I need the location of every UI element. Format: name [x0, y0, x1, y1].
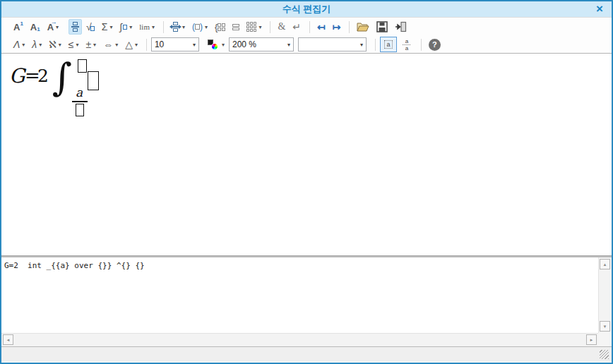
- stack-button[interactable]: [230, 19, 242, 35]
- operator-symbol-button[interactable]: ± ▾: [83, 37, 99, 52]
- accent-button[interactable]: A→ ▾: [44, 19, 61, 35]
- resize-grip[interactable]: [600, 350, 609, 359]
- preset-caret[interactable]: ▾: [360, 42, 363, 48]
- greek-capital-button[interactable]: Λ ▾: [11, 37, 28, 52]
- integrand-placeholder[interactable]: [88, 71, 99, 90]
- symbol-toolbar: Λ ▾ λ ▾ ℵ ▾ ≤ ▾ ± ▾ ⇔ ▾ △ ▾ 10 ▾: [1, 36, 612, 54]
- greek-small-dropdown-caret[interactable]: ▾: [39, 42, 42, 48]
- brackets-dropdown-caret[interactable]: ▾: [205, 24, 208, 30]
- alignment-mark-button[interactable]: &: [275, 19, 288, 35]
- scroll-down-button[interactable]: ▼: [600, 321, 610, 332]
- arrow-symbol-dropdown-caret[interactable]: ▾: [115, 42, 118, 48]
- relation-dropdown-caret[interactable]: ▾: [182, 24, 185, 30]
- limit-button[interactable]: lim ▾: [136, 19, 157, 35]
- arrow-symbol-button[interactable]: ⇔ ▾: [100, 37, 121, 52]
- misc-symbol-dropdown-caret[interactable]: ▾: [135, 42, 138, 48]
- next-item-button[interactable]: ↦: [330, 19, 344, 35]
- greek-capital-icon: Λ: [13, 39, 20, 50]
- brackets-button[interactable]: () ▾: [189, 19, 210, 35]
- relation-symbol-dropdown-caret[interactable]: ▾: [76, 42, 78, 48]
- integral-dropdown-caret[interactable]: ▾: [129, 24, 132, 30]
- open-button[interactable]: [354, 19, 372, 35]
- matrix-button[interactable]: ▾: [244, 19, 264, 35]
- sum-dropdown-caret[interactable]: ▾: [109, 24, 112, 30]
- limit-dropdown-caret[interactable]: ▾: [152, 24, 155, 30]
- open-folder-icon: [357, 22, 369, 32]
- script-text: G=2 int _{{a} over {}} ^{} {}: [4, 261, 145, 270]
- other-symbol-button[interactable]: ℵ ▾: [46, 37, 64, 52]
- scroll-up-button[interactable]: ▲: [600, 259, 610, 269]
- scroll-down-icon: ▼: [603, 324, 607, 329]
- save-floppy-icon: [376, 21, 388, 32]
- color-picker-button[interactable]: ▾: [203, 37, 227, 52]
- scroll-right-button[interactable]: ►: [586, 334, 597, 345]
- arrow-symbol-icon: ⇔: [103, 39, 113, 50]
- other-symbol-dropdown-caret[interactable]: ▾: [59, 42, 61, 48]
- titlebar[interactable]: 수식 편집기 ×: [1, 1, 612, 18]
- toolbar-separator: [163, 21, 164, 33]
- operator-symbol-dropdown-caret[interactable]: ▾: [93, 42, 96, 48]
- subscript-button[interactable]: A1: [28, 19, 43, 35]
- script-editor[interactable]: G=2 int _{{a} over {}} ^{} {} ▲ ▼ ◄ ►: [1, 257, 612, 346]
- misc-symbol-button[interactable]: △ ▾: [122, 37, 141, 52]
- scroll-up-icon: ▲: [603, 262, 607, 267]
- save-button[interactable]: [374, 19, 391, 35]
- equation-editor-window: 수식 편집기 × A1 A1 A→ ▾ √ Σ ▾ ∫ ▾ lim ▾: [0, 0, 613, 364]
- relation-button[interactable]: ▾: [168, 19, 188, 35]
- cases-button[interactable]: {: [212, 19, 228, 35]
- color-dropdown-caret[interactable]: ▾: [222, 42, 225, 48]
- sum-icon: Σ: [102, 21, 108, 32]
- matrix-dropdown-caret[interactable]: ▾: [258, 24, 261, 30]
- zoom-caret[interactable]: ▾: [287, 42, 290, 48]
- relation-symbol-button[interactable]: ≤ ▾: [66, 37, 82, 52]
- lower-limit-numerator: a: [76, 85, 83, 99]
- lower-limit-placeholder[interactable]: [76, 104, 84, 116]
- preset-combo[interactable]: ▾: [298, 37, 367, 51]
- misc-symbol-icon: △: [125, 39, 133, 50]
- integral-button[interactable]: ∫ ▾: [117, 19, 135, 35]
- font-size-value: 10: [155, 40, 164, 49]
- template-toolbar: A1 A1 A→ ▾ √ Σ ▾ ∫ ▾ lim ▾ ▾: [1, 18, 612, 36]
- stack-icon: [232, 24, 239, 30]
- font-size-combo[interactable]: 10 ▾: [151, 37, 199, 51]
- horizontal-scrollbar[interactable]: ◄ ►: [1, 333, 598, 346]
- help-button[interactable]: ?: [426, 37, 444, 52]
- equation-canvas[interactable]: G = 2 ∫ a: [1, 54, 612, 255]
- close-button[interactable]: ×: [596, 1, 603, 17]
- upper-limit-placeholder[interactable]: [78, 59, 87, 73]
- cases-icon: [218, 23, 225, 31]
- exit-button[interactable]: [392, 19, 410, 35]
- equation-lhs: G: [9, 64, 25, 87]
- color-picker-icon: [206, 38, 220, 51]
- sum-button[interactable]: Σ ▾: [99, 19, 116, 35]
- scroll-right-icon: ►: [590, 338, 594, 342]
- toolbar-separator: [270, 21, 270, 33]
- script-style-icon: aa: [403, 39, 410, 51]
- previous-item-button[interactable]: ↤: [314, 19, 328, 35]
- greek-small-button[interactable]: λ ▾: [29, 37, 44, 52]
- toolbar-separator: [146, 39, 147, 51]
- toolbar-separator: [421, 39, 422, 51]
- integral-icon: ∫: [119, 21, 122, 32]
- coefficient: 2: [37, 66, 49, 86]
- ampersand-icon: &: [278, 21, 285, 32]
- zoom-combo[interactable]: 200 % ▾: [229, 37, 294, 51]
- vertical-scrollbar[interactable]: ▲ ▼: [598, 257, 612, 333]
- radical-button[interactable]: √: [83, 19, 97, 35]
- fraction-button[interactable]: [69, 19, 82, 35]
- fraction-bar: [72, 101, 88, 102]
- newline-button[interactable]: ↵: [290, 19, 304, 35]
- scroll-left-button[interactable]: ◄: [3, 334, 13, 345]
- zoom-value: 200 %: [232, 40, 256, 49]
- help-icon: ?: [429, 39, 441, 51]
- scrollbar-corner: [598, 333, 612, 346]
- script-style-toggle[interactable]: aa: [398, 37, 415, 52]
- toolbar-separator: [309, 21, 310, 33]
- exit-door-icon: [395, 21, 407, 32]
- greek-capital-dropdown-caret[interactable]: ▾: [22, 42, 25, 48]
- scroll-left-icon: ◄: [6, 338, 11, 342]
- superscript-button[interactable]: A1: [11, 19, 26, 35]
- font-size-caret[interactable]: ▾: [193, 42, 196, 48]
- show-slot-toggle[interactable]: a: [380, 37, 397, 52]
- status-bar: [1, 346, 612, 362]
